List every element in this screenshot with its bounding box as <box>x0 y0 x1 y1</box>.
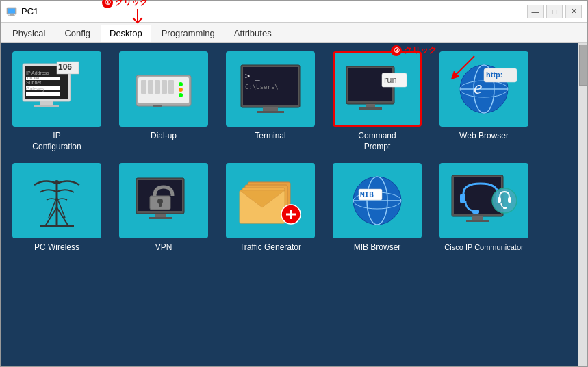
svg-text:106: 106 <box>58 62 72 72</box>
svg-rect-14 <box>34 105 59 107</box>
web-browser-icon: e http: <box>446 58 522 120</box>
svg-rect-32 <box>263 107 278 111</box>
titlebar: PC1 — □ ✕ <box>1 1 587 23</box>
svg-rect-13 <box>40 101 53 105</box>
maximize-button[interactable]: □ <box>546 5 563 18</box>
svg-rect-81 <box>472 210 479 214</box>
traffic-generator-icon-wrapper <box>226 163 315 238</box>
svg-text:C:\Users\: C:\Users\ <box>245 84 279 90</box>
svg-rect-23 <box>168 80 174 94</box>
svg-text:Gateway: Gateway <box>26 86 45 92</box>
svg-rect-3 <box>8 15 15 16</box>
cisco-ip-communicator-label: Cisco IP Communicator <box>444 242 523 252</box>
app-terminal[interactable]: > _ C:\Users\ Terminal <box>222 51 318 152</box>
tab-desktop[interactable]: Desktop <box>101 25 151 42</box>
pc-wireless-icon <box>19 170 94 231</box>
ip-configuration-label: IP Configuration <box>32 131 81 152</box>
ip-configuration-icon: IP Address 106.168... Subnet Gateway 106 <box>19 58 94 120</box>
vpn-icon <box>126 170 201 231</box>
svg-rect-78 <box>466 220 489 222</box>
pc-wireless-icon-wrapper <box>12 163 101 238</box>
svg-rect-20 <box>148 80 153 94</box>
web-browser-label: Web Browser <box>459 131 509 142</box>
svg-rect-57 <box>149 217 172 219</box>
svg-point-25 <box>179 88 183 92</box>
svg-rect-33 <box>257 111 284 113</box>
svg-point-53 <box>55 180 59 184</box>
mib-browser-icon-wrapper: MIB <box>333 163 422 238</box>
command-prompt-icon-wrapper: run <box>333 51 422 127</box>
svg-rect-37 <box>359 107 382 110</box>
app-pc-wireless[interactable]: PC Wireless <box>9 163 105 253</box>
titlebar-left: PC1 <box>6 6 38 17</box>
svg-text:> _: > _ <box>245 71 260 81</box>
mib-browser-label: MIB Browser <box>354 242 401 253</box>
pc-wireless-label: PC Wireless <box>34 242 79 253</box>
app-dialup[interactable]: Dial-up <box>116 51 212 152</box>
svg-text:e: e <box>474 77 482 98</box>
close-button[interactable]: ✕ <box>565 5 582 18</box>
svg-rect-19 <box>141 80 146 94</box>
vpn-icon-wrapper <box>119 163 208 238</box>
svg-rect-85 <box>503 207 507 209</box>
svg-text:IP Address: IP Address <box>26 71 49 75</box>
cisco-ip-communicator-icon <box>446 170 522 231</box>
content-area: ② クリック <box>1 43 587 366</box>
web-browser-icon-wrapper: e http: <box>439 51 528 127</box>
svg-rect-77 <box>472 216 483 220</box>
traffic-generator-label: Traffic Generator <box>240 242 301 253</box>
svg-rect-79 <box>460 194 465 203</box>
svg-rect-12 <box>26 92 60 96</box>
app-command-prompt[interactable]: run Command Prompt <box>329 51 425 152</box>
terminal-icon: > _ C:\Users\ <box>233 58 308 120</box>
tab-physical[interactable]: Physical <box>3 25 54 42</box>
ip-configuration-icon-wrapper: IP Address 106.168... Subnet Gateway 106 <box>12 51 101 127</box>
svg-text:MIB: MIB <box>360 190 374 199</box>
window: PC1 — □ ✕ Physical Config Desktop Progra… <box>0 0 588 367</box>
svg-rect-60 <box>159 201 162 207</box>
svg-text:http:: http: <box>486 71 502 79</box>
svg-line-49 <box>45 207 57 226</box>
titlebar-controls: — □ ✕ <box>527 5 582 18</box>
tab-config[interactable]: Config <box>55 25 99 42</box>
svg-rect-84 <box>508 197 511 203</box>
vpn-label: VPN <box>155 242 172 253</box>
svg-line-50 <box>57 207 68 226</box>
terminal-label: Terminal <box>255 131 285 142</box>
app-grid: IP Address 106.168... Subnet Gateway 106 <box>9 51 579 253</box>
svg-rect-83 <box>498 197 501 203</box>
dialup-icon <box>126 58 201 120</box>
svg-rect-21 <box>155 80 160 94</box>
dialup-icon-wrapper <box>119 51 208 127</box>
app-ip-configuration[interactable]: IP Address 106.168... Subnet Gateway 106 <box>9 51 105 152</box>
svg-text:Subnet: Subnet <box>26 80 41 85</box>
tab-attributes[interactable]: Attributes <box>225 25 281 42</box>
window-title: PC1 <box>21 6 38 16</box>
svg-rect-22 <box>162 80 167 94</box>
traffic-generator-icon <box>233 170 308 231</box>
dialup-label: Dial-up <box>151 131 177 142</box>
command-prompt-icon: run <box>340 58 415 120</box>
terminal-icon-wrapper: > _ C:\Users\ <box>226 51 315 127</box>
svg-point-26 <box>179 93 183 97</box>
app-traffic-generator[interactable]: Traffic Generator <box>222 163 318 253</box>
mib-browser-icon: MIB <box>340 170 415 231</box>
svg-point-24 <box>179 82 183 86</box>
app-mib-browser[interactable]: MIB MIB Browser <box>329 163 425 253</box>
cisco-ip-communicator-icon-wrapper <box>439 163 528 238</box>
svg-rect-36 <box>366 104 375 107</box>
app-web-browser[interactable]: e http: Web Browser <box>436 51 532 152</box>
app-cisco-ip-communicator[interactable]: Cisco IP Communicator <box>436 163 532 253</box>
svg-rect-27 <box>153 105 162 107</box>
tab-programming[interactable]: Programming <box>153 25 224 42</box>
svg-text:run: run <box>384 75 397 85</box>
minimize-button[interactable]: — <box>527 5 544 18</box>
scrollbar-thumb[interactable] <box>579 45 587 86</box>
scrollbar-track[interactable] <box>578 43 587 366</box>
svg-rect-2 <box>10 14 14 16</box>
app-vpn[interactable]: VPN <box>116 163 212 253</box>
svg-rect-1 <box>8 8 15 13</box>
svg-rect-56 <box>155 214 166 217</box>
tab-bar: Physical Config Desktop Programming Attr… <box>1 23 587 43</box>
command-prompt-label: Command Prompt <box>358 131 396 152</box>
